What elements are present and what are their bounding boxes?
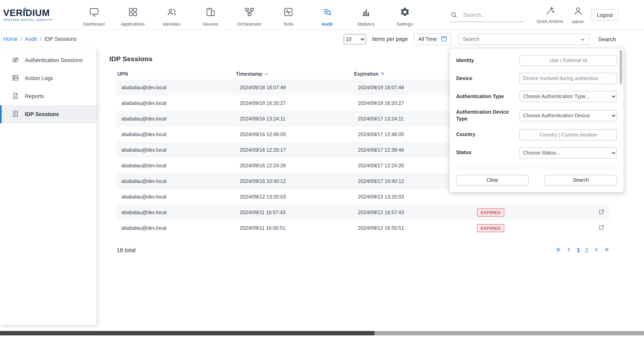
sidebar-item-label: Action Logs xyxy=(25,75,53,81)
pagination: 1 2 xyxy=(556,247,609,253)
status-filter-select[interactable]: Choose Status... xyxy=(520,147,617,158)
table-search-input[interactable] xyxy=(462,36,580,42)
last-page-icon xyxy=(604,247,609,253)
starburst-icon xyxy=(22,6,27,11)
bar-chart-icon xyxy=(361,7,371,19)
page-number-2[interactable]: 2 xyxy=(585,247,588,253)
nav-item-dashboard[interactable]: Dashboard xyxy=(74,3,113,26)
filter-divider xyxy=(455,168,618,168)
cell-upn: ababalau@dev.local xyxy=(116,189,235,205)
last-page-button[interactable] xyxy=(604,247,609,253)
time-range-button[interactable]: All Time xyxy=(414,33,452,45)
nav-item-identities[interactable]: Identities xyxy=(152,3,191,26)
devices-icon xyxy=(205,7,216,19)
calendar-icon xyxy=(440,35,447,43)
cell-upn: ababalau@dev.local xyxy=(116,205,235,220)
monitor-icon xyxy=(89,7,99,19)
cell-upn: ababalau@dev.local xyxy=(116,142,235,158)
cell-timestamp: 2024/09/18 16:20:27 xyxy=(235,95,353,111)
nav-item-applications[interactable]: Applications xyxy=(113,3,152,26)
nav-label: Statistics xyxy=(357,22,375,26)
grid-icon xyxy=(128,7,138,19)
cell-upn: ababalau@dev.local xyxy=(116,126,235,142)
list-icon xyxy=(12,74,19,83)
horizontal-scrollbar-track[interactable] xyxy=(0,331,644,336)
sidebar-item-label: IDP Sessions xyxy=(25,111,59,117)
cell-action xyxy=(593,220,609,236)
document-icon xyxy=(12,110,19,119)
filter-label-country: Country xyxy=(456,131,520,138)
sidebar-item-idp-sessions[interactable]: IDP Sessions xyxy=(0,105,96,123)
tools-icon xyxy=(283,7,293,19)
time-range-label: All Time xyxy=(418,36,437,42)
nav-item-devices[interactable]: Devices xyxy=(191,3,230,26)
chevron-down-icon[interactable] xyxy=(580,35,584,43)
breadcrumb-separator: / xyxy=(40,36,42,42)
nav-label: Applications xyxy=(121,22,145,26)
identity-filter-input[interactable] xyxy=(520,55,617,66)
global-search-input[interactable] xyxy=(462,11,524,18)
nav-item-tools[interactable]: Tools xyxy=(269,3,308,26)
horizontal-scrollbar-thumb[interactable] xyxy=(0,331,374,336)
brand-logo[interactable]: VERIDIUM TRUSTED DIGITAL IDENTITY xyxy=(3,8,66,21)
previous-page-icon xyxy=(566,247,572,253)
cell-upn: ababalau@dev.local xyxy=(116,80,235,95)
next-page-icon xyxy=(594,247,599,253)
cell-timestamp: 2024/09/16 13:24:11 xyxy=(235,111,353,126)
cell-timestamp: 2024/09/11 16:50:51 xyxy=(235,220,353,236)
cell-timestamp: 2024/09/16 12:24:26 xyxy=(235,158,353,173)
brand-name: VERIDIUM xyxy=(3,8,66,17)
panel-vertical-scrollbar[interactable] xyxy=(620,50,622,84)
table-toolbar: 10 items per page All Time Search xyxy=(344,33,619,45)
nav-item-statistics[interactable]: Statistics xyxy=(346,3,385,26)
first-page-button[interactable] xyxy=(556,247,561,253)
next-page-button[interactable] xyxy=(594,247,599,253)
previous-page-button[interactable] xyxy=(566,247,572,253)
open-session-button[interactable] xyxy=(598,224,605,232)
quick-actions-button[interactable]: Quick Actions xyxy=(536,6,563,24)
filter-clear-button[interactable]: Clear xyxy=(456,175,529,186)
table-search-combobox[interactable] xyxy=(458,33,589,45)
eye-off-icon xyxy=(12,56,19,65)
column-header-upn[interactable]: UPN xyxy=(116,68,235,80)
external-link-icon xyxy=(598,210,604,216)
first-page-icon xyxy=(556,247,561,253)
breadcrumb-home[interactable]: Home xyxy=(3,36,18,42)
nav-item-audit[interactable]: Audit xyxy=(308,3,346,26)
breadcrumb-separator: / xyxy=(20,36,22,42)
toolbar-search-button[interactable]: Search xyxy=(595,34,619,44)
logout-button[interactable]: Logout xyxy=(591,9,618,21)
search-icon xyxy=(450,11,458,18)
authentication-device-type-select[interactable]: Choose Authentication Device xyxy=(520,110,617,121)
sidebar-item-authentication-sessions[interactable]: Authentication Sessions xyxy=(0,51,96,69)
column-header-timestamp[interactable]: Timestamp xyxy=(235,68,353,80)
status-badge-expired: EXPIRED xyxy=(477,224,504,232)
sidebar-item-reports[interactable]: Reports xyxy=(0,87,96,105)
country-filter-input[interactable] xyxy=(520,129,617,140)
open-session-button[interactable] xyxy=(598,208,605,217)
nav-item-settings[interactable]: Settings xyxy=(385,3,424,26)
quick-actions-label: Quick Actions xyxy=(536,19,563,24)
nav-item-orchestrator[interactable]: Orchestrator xyxy=(230,3,269,26)
cell-timestamp: 2024/09/16 12:26:17 xyxy=(235,142,353,158)
authentication-type-select[interactable]: Choose Authentication Type... xyxy=(520,91,617,102)
page-number-1[interactable]: 1 xyxy=(577,247,580,253)
gear-icon xyxy=(400,7,410,19)
cell-upn: ababalau@dev.local xyxy=(116,111,235,126)
nav-label: Audit xyxy=(322,22,332,26)
user-menu[interactable]: admin xyxy=(572,6,584,24)
external-link-icon xyxy=(598,226,604,232)
nav-label: Tools xyxy=(283,22,293,26)
report-icon xyxy=(12,92,19,101)
device-filter-input[interactable] xyxy=(520,73,617,84)
sidebar-item-action-logs[interactable]: Action Logs xyxy=(0,69,96,87)
filter-search-button[interactable]: Search xyxy=(545,175,617,186)
app-window: VERIDIUM TRUSTED DIGITAL IDENTITY Dashbo… xyxy=(0,0,644,339)
filter-label-identity: Identity xyxy=(456,57,520,64)
status-badge-expired: EXPIRED xyxy=(477,208,504,216)
breadcrumb-bar: Home / Audit / IDP Sessions 10 items per… xyxy=(0,30,644,48)
breadcrumb-audit[interactable]: Audit xyxy=(25,36,37,42)
items-per-page-select[interactable]: 10 xyxy=(344,34,366,44)
nav-label: Orchestrator xyxy=(237,22,262,26)
user-icon xyxy=(573,6,583,17)
